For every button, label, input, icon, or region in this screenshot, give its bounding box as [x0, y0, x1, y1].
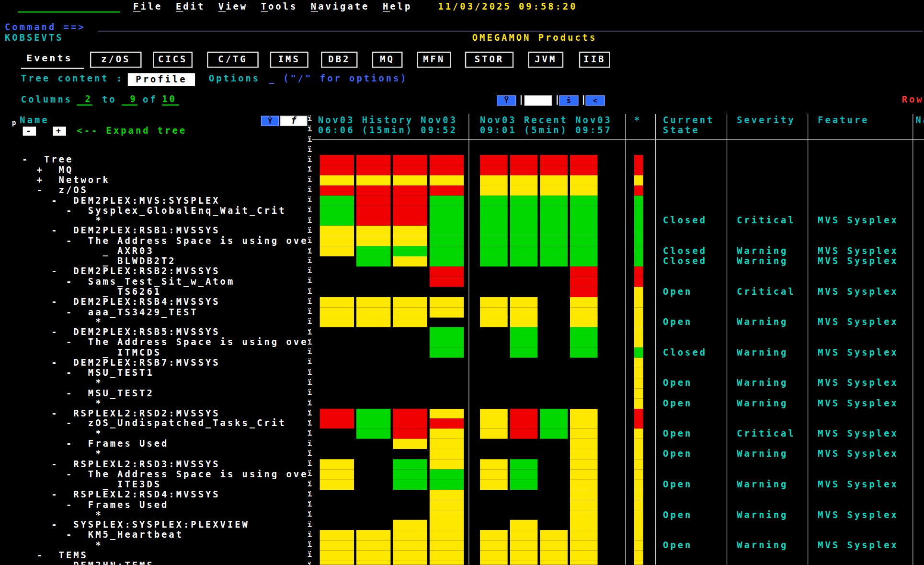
event-row-marker[interactable]: * [0, 449, 103, 459]
heat-cell[interactable] [570, 277, 598, 287]
heat-cell[interactable] [430, 459, 464, 469]
heat-cell[interactable] [634, 530, 643, 540]
heat-cell[interactable] [570, 337, 598, 347]
tab-cics[interactable]: CICS [153, 52, 193, 68]
heat-cell[interactable] [540, 419, 568, 429]
heat-cell[interactable] [393, 469, 427, 479]
tree-node[interactable]: - KM5_Heartbeat [0, 530, 183, 540]
heat-cell[interactable] [320, 317, 354, 327]
heat-cell[interactable] [634, 226, 643, 236]
heat-cell[interactable] [356, 246, 390, 256]
event-row-marker[interactable]: * [0, 317, 103, 327]
command-input[interactable] [98, 31, 923, 32]
heat-cell[interactable] [430, 419, 464, 429]
heat-cell[interactable] [430, 408, 464, 418]
heat-cell[interactable] [320, 419, 354, 429]
heat-cell[interactable] [510, 307, 538, 317]
tree-node[interactable]: - Sysplex_GlobalEnq_Wait_Crit [0, 206, 286, 216]
heat-cell[interactable] [393, 480, 427, 490]
tree-node[interactable]: - SYSPLEX:SYSPLEX:PLEXVIEW [0, 520, 250, 530]
tab-jvm[interactable]: JVM [528, 52, 563, 68]
heat-cell[interactable] [430, 449, 464, 459]
heat-cell[interactable] [570, 287, 598, 297]
tree-node[interactable]: - The Address Space is using ove [0, 337, 308, 347]
heat-cell[interactable] [570, 317, 598, 327]
heat-cell[interactable] [430, 561, 464, 565]
heat-cell[interactable] [430, 206, 464, 216]
heat-cell[interactable] [356, 206, 390, 216]
heat-cell[interactable] [320, 530, 354, 540]
heat-cell[interactable] [393, 429, 427, 439]
heat-cell[interactable] [634, 368, 643, 378]
profile-button[interactable]: Profile [128, 73, 195, 86]
heat-cell[interactable] [356, 541, 390, 551]
heat-cell[interactable] [480, 408, 508, 418]
heat-cell[interactable] [634, 419, 643, 429]
tree-leaf[interactable]: _ AXR03 [0, 246, 154, 256]
heat-cell[interactable] [430, 226, 464, 236]
heat-cell[interactable] [634, 500, 643, 510]
heat-cell[interactable] [430, 500, 464, 510]
heat-cell[interactable] [634, 490, 643, 500]
heat-cell[interactable] [430, 266, 464, 277]
heat-cell[interactable] [480, 297, 508, 307]
heat-cell[interactable] [480, 541, 508, 551]
heat-cell[interactable] [540, 165, 568, 175]
heat-cell[interactable] [393, 165, 427, 175]
heat-cell[interactable] [570, 256, 598, 266]
heat-cell[interactable] [634, 165, 643, 175]
tree-node[interactable]: - DEM2PLEX:MVS:SYSPLEX [0, 196, 220, 206]
menu-item-file[interactable]: File [133, 2, 162, 12]
heat-cell[interactable] [430, 277, 464, 287]
heat-cell[interactable] [540, 561, 568, 565]
action-input-underline[interactable] [18, 12, 120, 13]
heat-cell[interactable] [480, 256, 508, 266]
heat-cell[interactable] [540, 530, 568, 540]
heat-cell[interactable] [570, 206, 598, 216]
menu-item-help[interactable]: Help [383, 2, 412, 12]
heat-cell[interactable] [510, 196, 538, 206]
heat-cell[interactable] [570, 419, 598, 429]
heat-cell[interactable] [430, 551, 464, 561]
heat-cell[interactable] [430, 185, 464, 196]
heat-cell[interactable] [510, 337, 538, 347]
tab-ims[interactable]: IMS [270, 52, 308, 68]
tree-node[interactable]: - DEM2PLEX:RSB7:MVSSYS [0, 358, 220, 368]
heat-cell[interactable] [510, 327, 538, 337]
options-label[interactable]: Options [209, 74, 260, 84]
event-row-marker[interactable]: * [0, 429, 103, 439]
heat-cell[interactable] [510, 541, 538, 551]
heat-cell[interactable] [430, 307, 464, 317]
heat-cell[interactable] [320, 236, 354, 246]
heat-cell[interactable] [634, 358, 643, 368]
heat-cell[interactable] [480, 307, 508, 317]
heat-cell[interactable] [634, 317, 643, 327]
heat-cell[interactable] [570, 408, 598, 418]
heat-cell[interactable] [634, 449, 643, 459]
heat-cell[interactable] [430, 439, 464, 449]
heat-cell[interactable] [356, 236, 390, 246]
heat-cell[interactable] [480, 246, 508, 256]
heat-cell[interactable] [634, 480, 643, 490]
heat-cell[interactable] [393, 317, 427, 327]
heat-cell[interactable] [540, 196, 568, 206]
heat-cell[interactable] [393, 196, 427, 206]
heat-cell[interactable] [393, 236, 427, 246]
heat-cell[interactable] [634, 561, 643, 565]
heat-cell[interactable] [570, 490, 598, 500]
heat-cell[interactable] [320, 165, 354, 175]
heat-cell[interactable] [320, 297, 354, 307]
heat-cell[interactable] [430, 429, 464, 439]
heat-cell[interactable] [393, 256, 427, 266]
heat-cell[interactable] [356, 307, 390, 317]
heat-cell[interactable] [634, 196, 643, 206]
heat-cell[interactable] [510, 469, 538, 479]
heat-cell[interactable] [320, 196, 354, 206]
heat-cell[interactable] [634, 520, 643, 530]
heat-cell[interactable] [570, 226, 598, 236]
heat-cell[interactable] [430, 510, 464, 520]
heat-cell[interactable] [480, 480, 508, 490]
heat-cell[interactable] [510, 226, 538, 236]
funnel-icon[interactable]: Ÿ [497, 95, 516, 105]
heat-cell[interactable] [634, 541, 643, 551]
